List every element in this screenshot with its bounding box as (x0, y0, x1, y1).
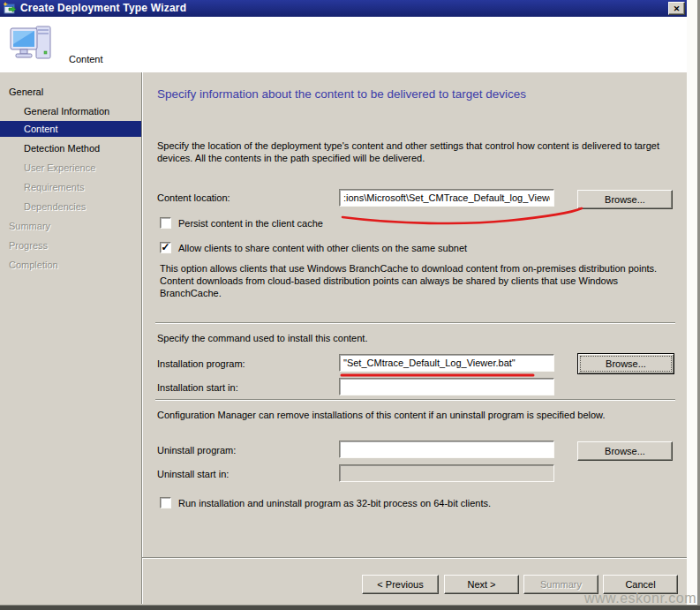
uninstall-note: Configuration Manager can remove install… (157, 409, 687, 421)
sidebar-item-completion: Completion (9, 259, 58, 272)
window-right-frame (687, 0, 697, 605)
close-button[interactable]: ✕ (668, 2, 685, 15)
sidebar-item-detection-method[interactable]: Detection Method (24, 142, 100, 155)
intro-text: Specify the location of the deployment t… (157, 139, 687, 164)
installation-program-input[interactable] (339, 354, 554, 372)
sidebar-item-general[interactable]: General (9, 86, 43, 99)
persist-content-checkbox[interactable] (160, 217, 171, 229)
next-button[interactable]: Next > (444, 575, 519, 594)
installation-start-in-label: Installation start in: (157, 381, 238, 394)
share-content-label: Allow clients to share content with othe… (178, 242, 467, 254)
content-location-input[interactable] (339, 189, 554, 207)
header-page-label: Content (69, 54, 103, 64)
sidebar-item-dependencies: Dependencies (24, 200, 86, 214)
sidebar-item-requirements: Requirements (24, 181, 84, 194)
persist-content-label: Persist content in the client cache (178, 217, 323, 230)
uninstall-program-browse-button[interactable]: Browse... (577, 441, 673, 461)
sidebar-item-summary: Summary (9, 220, 50, 233)
sidebar-item-content-label: Content (24, 123, 58, 136)
content-location-browse-button[interactable]: Browse... (577, 190, 673, 209)
close-icon: ✕ (674, 4, 681, 13)
sidebar-item-progress: Progress (9, 239, 48, 252)
installation-start-in-input[interactable] (339, 378, 554, 395)
uninstall-program-label: Uninstall program: (157, 444, 236, 456)
content-location-label: Content location: (157, 192, 230, 204)
sidebar-item-general-information[interactable]: General Information (24, 105, 109, 118)
uninstall-program-input[interactable] (339, 441, 554, 458)
footer-divider (142, 557, 687, 558)
uninstall-start-in-label: Uninstall start in: (157, 468, 229, 480)
sidebar-divider (141, 72, 143, 604)
run32-label: Run installation and uninstall program a… (178, 497, 491, 509)
installation-program-label: Installation program: (157, 358, 245, 370)
sidebar-item-content[interactable]: Content (0, 121, 141, 137)
previous-button[interactable]: < Previous (362, 575, 439, 594)
uninstall-start-in-input (339, 464, 554, 482)
window-title: Create Deployment Type Wizard (20, 2, 186, 14)
title-bar: Create Deployment Type Wizard (0, 0, 687, 17)
separator-install (155, 322, 675, 323)
run32-checkbox[interactable] (160, 497, 171, 508)
share-content-checkbox[interactable] (160, 242, 171, 253)
sidebar-item-user-experience: User Experience (24, 162, 95, 175)
installation-program-browse-button[interactable]: Browse... (577, 353, 674, 374)
wizard-window: Create Deployment Type Wizard ✕ Content … (0, 0, 700, 610)
annotation-swoosh (342, 208, 582, 223)
install-section-label: Specify the command used to install this… (157, 332, 367, 344)
watermark: www.eskonr.com (584, 591, 696, 606)
header-banner: Content (0, 17, 687, 72)
separator-uninstall (155, 399, 675, 400)
wizard-icon (4, 2, 17, 15)
computer-icon (9, 21, 58, 71)
branchcache-note: This option allows clients that use Wind… (160, 262, 681, 299)
page-title: Specify information about the content to… (157, 87, 526, 101)
